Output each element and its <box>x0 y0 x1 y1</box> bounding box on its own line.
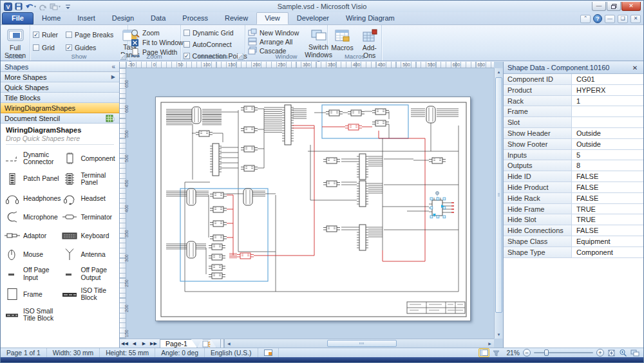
collapse-panel-icon[interactable]: « <box>111 63 115 70</box>
stencil-shape-keyboard[interactable]: Keyboard <box>62 229 118 242</box>
shape-data-field-value[interactable]: Outside <box>572 128 643 138</box>
stencil-shape-off-page-output[interactable]: Off Page Output <box>62 266 118 281</box>
ribbon-button-fit-to-window[interactable]: Fit to Window <box>131 38 178 47</box>
scroll-down-icon[interactable]: ▼ <box>495 331 503 339</box>
status-page-1-of-1[interactable]: Page 1 of 1 <box>1 348 47 357</box>
checkbox-page-breaks[interactable]: Page Breaks <box>66 30 113 39</box>
macro-record-icon[interactable] <box>258 348 279 357</box>
shape-data-row-hide-frame[interactable]: Hide FrameTRUE <box>504 204 643 215</box>
tab-process[interactable]: Process <box>174 12 216 24</box>
shapes-panel-header[interactable]: Shapes « <box>1 62 119 72</box>
prev-page-button[interactable]: ◀ <box>129 339 139 348</box>
shape-data-row-shape-type[interactable]: Shape TypeComponent <box>504 247 643 258</box>
shape-data-row-hide-slot[interactable]: Hide SlotTRUE <box>504 214 643 225</box>
tab-insert[interactable]: Insert <box>69 12 104 24</box>
checkbox-ruler[interactable]: ✓Ruler <box>33 30 58 39</box>
zoom-in-button[interactable]: + <box>596 349 604 357</box>
ribbon-button-zoom[interactable]: Zoom <box>131 28 178 37</box>
shape-data-row-inputs[interactable]: Inputs5 <box>504 150 643 161</box>
scroll-up-icon[interactable]: ▲ <box>495 68 503 76</box>
horizontal-scroll-thumb[interactable] <box>327 340 397 347</box>
tab-design[interactable]: Design <box>104 12 142 24</box>
stencil-shape-iso-small-title-block[interactable]: ISO Small Title Block <box>5 308 61 322</box>
minimize-button[interactable]: — <box>592 2 606 11</box>
tab-review[interactable]: Review <box>216 12 256 24</box>
shape-data-field-value[interactable] <box>572 117 643 127</box>
add-ons-button[interactable]: Add-Ons ▾ <box>358 26 381 52</box>
undo-button[interactable] <box>25 2 37 11</box>
shape-data-row-slot[interactable]: Slot <box>504 117 643 128</box>
shape-data-row-show-header[interactable]: Show HeaderOutside <box>504 128 643 139</box>
shape-data-field-value[interactable]: FALSE <box>572 225 643 236</box>
shape-data-row-hide-rack[interactable]: Hide RackFALSE <box>504 193 643 204</box>
fit-page-button[interactable] <box>607 349 616 357</box>
ribbon-button-new-window[interactable]: New Window <box>248 28 299 37</box>
close-button[interactable]: ✕ <box>621 2 641 11</box>
status-height[interactable]: Height: 55 mm <box>100 348 155 357</box>
drawing-viewport[interactable] <box>126 68 494 339</box>
scroll-right-icon[interactable]: ▶ <box>486 339 494 348</box>
shape-data-row-rack[interactable]: Rack1 <box>504 96 643 107</box>
page-tab-page-1[interactable]: Page-1 <box>160 339 197 348</box>
zoom-slider[interactable] <box>534 349 593 357</box>
horizontal-scrollbar[interactable]: ◀ ▶ <box>224 339 494 348</box>
wiring-diagram[interactable] <box>156 97 471 322</box>
shape-data-field-value[interactable]: FALSE <box>572 182 643 192</box>
tab-wiring-diagram[interactable]: Wiring Diagram <box>337 12 403 24</box>
shape-data-field-value[interactable]: 8 <box>572 160 643 171</box>
next-page-button[interactable]: ▶ <box>139 339 149 348</box>
stencil-shape-off-page-input[interactable]: Off Page Input <box>5 266 61 281</box>
collapse-ribbon-icon[interactable]: ⌃ <box>580 15 591 23</box>
shape-format-button[interactable] <box>50 2 61 11</box>
insert-page-button[interactable] <box>197 339 216 348</box>
shape-data-field-value[interactable]: FALSE <box>572 193 643 203</box>
shape-data-field-value[interactable]: TRUE <box>572 214 643 225</box>
shape-data-row-show-footer[interactable]: Show FooterOutside <box>504 139 643 150</box>
tab-data[interactable]: Data <box>142 12 174 24</box>
shape-data-field-value[interactable]: 1 <box>572 96 643 106</box>
tab-file[interactable]: File <box>2 12 33 24</box>
zoom-window-button[interactable] <box>619 349 627 357</box>
status-english-u-s-[interactable]: English (U.S.) <box>205 348 258 357</box>
shape-data-field-value[interactable]: Component <box>572 247 643 257</box>
help-icon[interactable]: ? <box>593 14 602 23</box>
stencil-shape-terminal-panel[interactable]: Terminal Panel <box>62 172 118 187</box>
stencil-shape-antenna[interactable]: Antenna <box>62 248 118 261</box>
vertical-scroll-thumb[interactable] <box>495 77 502 313</box>
zoom-percentage[interactable]: 21% <box>503 349 520 357</box>
visio-app-icon[interactable]: V <box>3 2 12 11</box>
zoom-slider-thumb[interactable] <box>544 349 549 356</box>
sidebar-item-title-blocks[interactable]: Title Blocks <box>1 93 119 103</box>
shape-data-row-component-id[interactable]: Component IDCG01 <box>504 74 643 85</box>
horizontal-ruler[interactable]: -500501001502002503003504004505005506006… <box>126 62 494 68</box>
restore-button[interactable] <box>607 2 621 11</box>
status-angle[interactable]: Angle: 0 deg <box>155 348 205 357</box>
last-page-button[interactable]: ▶▶ <box>149 339 158 348</box>
doc-minimize-icon[interactable]: — <box>605 15 615 23</box>
stencil-shape-frame[interactable]: Frame <box>5 287 61 302</box>
stencil-shape-headphones[interactable]: Headphones <box>5 192 61 205</box>
stencil-shape-headset[interactable]: Headset <box>62 192 118 205</box>
stencil-shape-patch-panel[interactable]: Patch Panel <box>5 172 61 187</box>
shape-data-row-product[interactable]: ProductHYPERX <box>504 85 643 96</box>
window-mode-icon[interactable] <box>478 348 489 357</box>
sidebar-item-wiringdiagramshapes[interactable]: WiringDiagramShapes <box>1 103 119 113</box>
shape-data-field-value[interactable]: Outside <box>572 139 643 149</box>
scroll-left-icon[interactable]: ◀ <box>225 339 233 348</box>
sidebar-item-quick-shapes[interactable]: Quick Shapes <box>1 82 119 93</box>
checkbox-dynamic-grid[interactable]: Dynamic Grid <box>184 28 242 37</box>
sidebar-item-document-stencil[interactable]: Document Stencil <box>1 113 119 124</box>
stencil-shape-terminator[interactable]: Terminator <box>62 210 118 223</box>
save-button[interactable] <box>14 2 23 11</box>
checkbox-autoconnect[interactable]: AutoConnect <box>184 40 242 49</box>
shape-data-row-hide-id[interactable]: Hide IDFALSE <box>504 171 643 182</box>
shape-data-row-hide-product[interactable]: Hide ProductFALSE <box>504 182 643 193</box>
shape-data-row-outputs[interactable]: Outputs8 <box>504 160 643 171</box>
stencil-shape-component[interactable]: Component <box>62 151 118 166</box>
shape-data-field-value[interactable]: Equipment <box>572 236 643 247</box>
shape-data-field-value[interactable]: FALSE <box>572 171 643 182</box>
stencil-shape-microphone[interactable]: Microphone <box>5 210 61 223</box>
first-page-button[interactable]: ◀◀ <box>120 339 129 348</box>
tab-home[interactable]: Home <box>33 12 69 24</box>
shape-data-field-value[interactable]: 5 <box>572 150 643 160</box>
